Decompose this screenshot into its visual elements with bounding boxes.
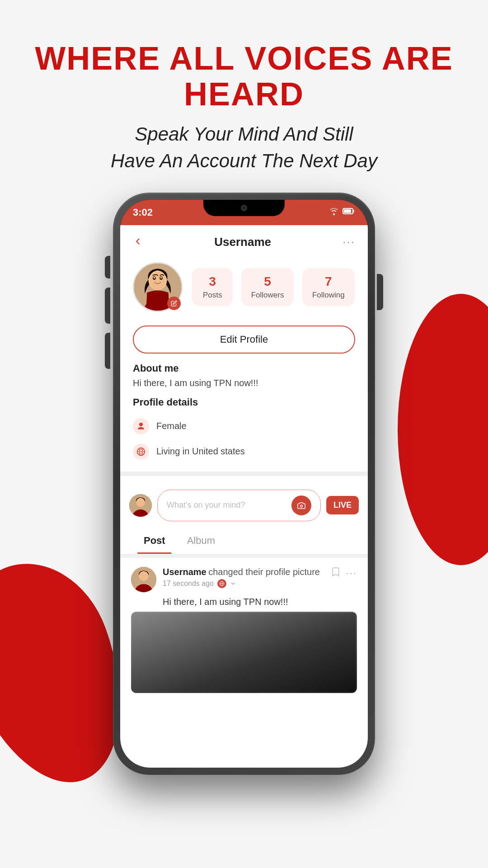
gender-detail: Female: [120, 414, 368, 439]
post-time: 17 seconds ago: [163, 580, 214, 588]
post-action: changed their profile picture: [208, 567, 320, 577]
post-user-text: Username changed their profile picture 1…: [163, 567, 320, 588]
post-actions-right: ···: [332, 567, 357, 580]
followers-label: Followers: [251, 291, 284, 300]
subheadline: Speak Your Mind And Still Have An Accoun…: [0, 121, 488, 175]
subheadline-line2: Have An Account The Next Day: [111, 150, 377, 171]
post-username: Username: [163, 567, 206, 577]
page-header: WHERE ALL VOICES ARE HEARD Speak Your Mi…: [0, 0, 488, 193]
post-username-action: Username changed their profile picture: [163, 567, 320, 577]
location-text: Living in United states: [156, 446, 245, 457]
profile-details-title: Profile details: [120, 396, 368, 414]
following-label: Following: [312, 291, 345, 300]
subheadline-line1: Speak Your Mind And Still: [135, 123, 353, 145]
battery-icon: [343, 208, 355, 217]
post-header: Username changed their profile picture 1…: [131, 567, 357, 592]
post-input-placeholder: What's on your mind?: [167, 500, 291, 510]
tab-album[interactable]: Album: [176, 528, 226, 554]
phone-mockup: 3:02: [113, 193, 375, 775]
stats-container: 3 Posts 5 Followers 7 Following: [192, 268, 355, 306]
edit-profile-button[interactable]: Edit Profile: [133, 326, 355, 354]
gender-icon: [133, 418, 149, 434]
about-me-title: About me: [120, 363, 368, 378]
following-count: 7: [312, 274, 345, 289]
location-icon: [133, 443, 149, 460]
live-button[interactable]: LIVE: [326, 496, 359, 514]
power-button: [377, 274, 383, 310]
avatar-wrapper: [133, 262, 183, 312]
status-icons: [329, 207, 355, 217]
tab-post[interactable]: Post: [133, 528, 176, 554]
more-options-button[interactable]: ···: [343, 235, 355, 249]
feed-divider: [120, 554, 368, 558]
followers-stat[interactable]: 5 Followers: [241, 268, 294, 306]
post-user-info: Username changed their profile picture 1…: [131, 567, 320, 592]
gender-text: Female: [156, 421, 187, 431]
status-bar: 3:02: [120, 200, 368, 225]
following-stat[interactable]: 7 Following: [302, 268, 355, 306]
globe-icon: [217, 579, 226, 588]
bg-decoration-right: [398, 294, 488, 565]
svg-rect-2: [344, 209, 351, 213]
post-more-icon[interactable]: ···: [346, 567, 357, 579]
svg-point-9: [160, 277, 162, 278]
post-input-avatar: [129, 494, 152, 517]
location-detail: Living in United states: [120, 439, 368, 464]
avatar-edit-button[interactable]: [167, 297, 181, 310]
profile-section: 3 Posts 5 Followers 7 Following: [120, 255, 368, 321]
phone-shell: 3:02: [113, 193, 375, 775]
post-time-row: 17 seconds ago: [163, 579, 320, 588]
mute-button: [105, 256, 110, 278]
bookmark-icon[interactable]: [332, 567, 340, 580]
posts-stat[interactable]: 3 Posts: [192, 268, 233, 306]
camera-button[interactable]: [291, 495, 311, 515]
posts-count: 3: [202, 274, 223, 289]
notch: [203, 200, 285, 216]
post-input-field[interactable]: What's on your mind?: [157, 490, 321, 521]
app-content: Username ···: [120, 225, 368, 768]
post-user-avatar: [131, 567, 156, 592]
back-button[interactable]: [133, 235, 143, 250]
volume-up-button: [105, 288, 110, 324]
about-me-text: Hi there, I am using TPN now!!!: [120, 378, 368, 396]
headline: WHERE ALL VOICES ARE HEARD: [0, 41, 488, 112]
phone-screen: 3:02: [120, 200, 368, 768]
post-image-content: [131, 612, 357, 693]
post-image: [131, 612, 357, 693]
svg-rect-1: [353, 210, 354, 212]
wifi-icon: [329, 207, 339, 217]
svg-point-19: [300, 505, 303, 507]
app-header: Username ···: [120, 225, 368, 255]
front-camera: [241, 205, 247, 211]
profile-username-title: Username: [214, 235, 271, 249]
svg-point-8: [154, 277, 155, 278]
svg-point-5: [150, 272, 166, 290]
status-time: 3:02: [133, 207, 153, 218]
posts-label: Posts: [202, 291, 223, 300]
volume-down-button: [105, 333, 110, 369]
section-divider-1: [120, 472, 368, 476]
post-body-text: Hi there, I am using TPN now!!!: [131, 597, 357, 607]
dropdown-arrow-icon: [230, 580, 236, 587]
post-item: Username changed their profile picture 1…: [120, 558, 368, 702]
followers-count: 5: [251, 274, 284, 289]
post-input-bar: What's on your mind? LIVE: [120, 483, 368, 528]
tabs-row: Post Album: [120, 528, 368, 554]
